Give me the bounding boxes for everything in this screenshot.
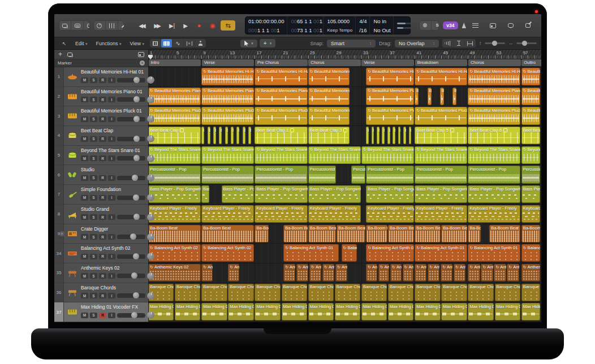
region[interactable]: ↻Beautiful Memories Hi-Hat 03.3	[521, 68, 541, 85]
region[interactable]: Beet Beat Clap.3	[308, 127, 350, 144]
r-button[interactable]: R	[99, 136, 106, 142]
region[interactable]: B	[366, 127, 369, 144]
region[interactable]: ↻Anthemic Keys 02	[148, 264, 201, 281]
plus-tool[interactable]: +▾	[260, 39, 275, 47]
region[interactable]: Max Hiding 01 Vocoder FX	[388, 303, 413, 320]
m-button[interactable]: M	[81, 116, 88, 122]
collapse-tracks-icon[interactable]	[465, 39, 476, 47]
region[interactable]: Beet Beat Clap.7	[521, 127, 541, 144]
region[interactable]: Bass Player - Pop Songwriter	[366, 185, 414, 203]
region[interactable]: ↻Beyond The Stars Snare 01.2	[468, 146, 520, 164]
region[interactable]: ↻Balancing Act Synth 02	[148, 244, 201, 262]
region[interactable]: ↻Anthemic Keys 02	[335, 264, 347, 281]
track-header-3[interactable]: 3Beautiful Memories Pluck 01MSRI	[54, 106, 148, 126]
region[interactable]: Baroque Chords	[388, 284, 413, 301]
track-header-2[interactable]: 2Beautiful Memories Piano 01MSRI	[54, 87, 148, 107]
i-button[interactable]: I	[108, 136, 115, 142]
region[interactable]: B	[243, 127, 245, 144]
fast-forward-button[interactable]: ▶▶	[151, 20, 164, 31]
grid-icon[interactable]	[150, 39, 161, 47]
region[interactable]: Keyboard Player - Freely	[521, 205, 541, 223]
region[interactable]: ↻Beyond The Stars Snare 02.1	[308, 146, 361, 164]
pan-knob[interactable]	[147, 96, 154, 103]
cancel-icon[interactable]: ⊗	[419, 20, 432, 31]
region[interactable]: Bass Player - Pop Songwriter	[308, 185, 361, 203]
region[interactable]: Ba-Boom Beat	[148, 225, 201, 242]
region[interactable]: ↻Beautiful Memories Hi-Hat 02	[255, 68, 307, 85]
region[interactable]: ↻Beautiful Memories Hi-Hat 02.1	[308, 68, 350, 85]
s-button[interactable]: S	[90, 136, 97, 142]
m-button[interactable]: M	[81, 136, 88, 142]
snap-select[interactable]: Smart↕	[327, 40, 376, 47]
volume-slider[interactable]	[117, 274, 145, 278]
i-button[interactable]: I	[108, 234, 115, 240]
region[interactable]: ↻Beyond The Stars Snare 01	[148, 146, 201, 164]
region[interactable]: B	[387, 127, 390, 144]
track-name[interactable]: Anthemic Keys 02	[81, 265, 145, 271]
track-header-9[interactable]: 9›Crate DiggerMSRI	[54, 224, 148, 244]
region[interactable]: Be	[428, 88, 432, 105]
s-button[interactable]: S	[90, 97, 97, 102]
region[interactable]: Beet Beat Clap.5	[415, 127, 467, 144]
region[interactable]: Baroque Chords	[441, 284, 467, 301]
region[interactable]: B	[377, 127, 380, 144]
region[interactable]: Percussionist - Pop	[366, 166, 414, 183]
region[interactable]: Keyboard Player - Freely	[308, 205, 361, 223]
r-button[interactable]: R	[99, 116, 106, 122]
region[interactable]: Max Hiding 01 Vocoder FX	[441, 303, 467, 320]
region[interactable]: ↻Beautiful Memories Pluck 02	[255, 107, 307, 124]
editors-icon[interactable]	[118, 20, 124, 31]
mixer-icon[interactable]	[106, 20, 118, 31]
region[interactable]: Max Hiding 01 Vocoder FX	[201, 303, 227, 320]
lcd-column-1[interactable]: 0065 1 1 0010073 1 1 001	[287, 16, 324, 34]
record-button[interactable]: ●	[193, 20, 205, 31]
region[interactable]: ↻Beautiful Memories Pluck 02.2	[366, 107, 414, 124]
region[interactable]: Baroque Chords	[361, 284, 387, 301]
region[interactable]: Percussionist - Pop	[148, 166, 201, 183]
region[interactable]: ↻Beautiful Memories Pluck 01.2	[468, 107, 520, 124]
smart-controls-icon[interactable]	[93, 20, 106, 31]
i-button[interactable]: I	[108, 273, 115, 279]
track-header-config-button[interactable]	[138, 52, 144, 57]
menu-edit[interactable]: Edit ▾	[72, 40, 90, 47]
share-icon[interactable]	[523, 21, 533, 30]
m-button[interactable]: M	[81, 313, 88, 318]
track-name[interactable]: Beautiful Memories Hi-Hat 01	[81, 69, 145, 75]
s-button[interactable]: S	[90, 116, 97, 122]
track-name[interactable]: Baroque Chords	[81, 285, 145, 291]
region[interactable]: Beet Beat Clap.6	[468, 127, 520, 144]
region[interactable]: Ba-Boom Beat	[201, 225, 254, 242]
region[interactable]: ↻Anthemic Keys 02	[403, 264, 414, 281]
r-button[interactable]: R	[99, 234, 106, 240]
region[interactable]: ↻Anthemic Keys 02	[390, 264, 402, 281]
menu-functions[interactable]: Functions ▾	[93, 40, 124, 47]
arrangement-marker[interactable]: Chorus	[308, 59, 361, 66]
pan-knob[interactable]	[147, 76, 154, 84]
region[interactable]: ↻Anthemic Keys 02	[468, 264, 480, 281]
m-button[interactable]: M	[81, 214, 88, 220]
track-name[interactable]: Beautiful Memories Piano 01	[81, 89, 145, 94]
media-browser-icon[interactable]	[488, 21, 498, 30]
screenset-icon[interactable]	[71, 20, 84, 31]
s-button[interactable]: S	[90, 313, 97, 318]
rewind-button[interactable]: ◀◀	[136, 20, 149, 31]
track-header-8[interactable]: 8Studio GrandMSRI	[54, 205, 148, 224]
region[interactable]: Percussionist - Pop	[351, 166, 365, 183]
track-header-34[interactable]: 34Balancing Act Synth 02MSRI	[54, 244, 148, 263]
metronome-icon[interactable]	[462, 23, 466, 28]
track-name[interactable]: Beautiful Memories Pluck 01	[81, 108, 145, 114]
region[interactable]: ↻Anthemic Keys 02	[428, 264, 439, 281]
r-button[interactable]: R	[99, 77, 106, 83]
pan-knob[interactable]	[147, 155, 154, 162]
solo-icon[interactable]: S	[432, 20, 439, 31]
region[interactable]: Percussionist - Pop	[308, 166, 336, 183]
m-button[interactable]: M	[81, 273, 88, 279]
track-name[interactable]: Beyond The Stars Snare 01	[81, 148, 145, 153]
m-button[interactable]: M	[81, 195, 88, 201]
i-button[interactable]: I	[108, 313, 115, 318]
region[interactable]: ↻Anthemic Keys 02	[228, 264, 239, 281]
region[interactable]: ↻Beautiful Memories Hi-Hat 02.2	[366, 68, 414, 85]
track-header-5[interactable]: 5Beyond The Stars Snare 01MSRI	[54, 146, 148, 166]
i-button[interactable]: I	[108, 155, 115, 161]
region[interactable]: ↻Anthemic Keys 02	[521, 264, 541, 281]
